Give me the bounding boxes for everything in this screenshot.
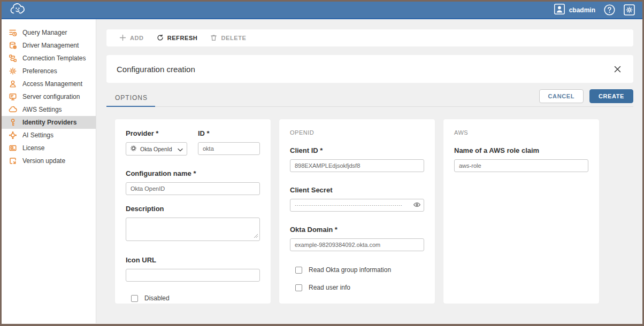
okta-domain-input[interactable] — [290, 238, 424, 251]
identity-providers-toolbar: ADD REFRESH DELETE — [106, 29, 633, 46]
tab-strip: OPTIONS CANCEL CREATE — [106, 91, 633, 107]
access-management-user-icon — [9, 80, 17, 88]
sidebar-item-server-configuration[interactable]: Server configuration — [2, 90, 96, 103]
delete-button[interactable]: DELETE — [204, 29, 252, 46]
connection-templates-icon — [9, 54, 17, 63]
form-panels: Provider * Okta OpenId — [115, 119, 599, 304]
aws-section-header: AWS — [454, 129, 588, 136]
delete-button-label: DELETE — [221, 35, 246, 41]
sidebar-item-access-management[interactable]: Access Management — [2, 77, 96, 90]
sidebar-item-label: Server configuration — [22, 93, 80, 100]
sidebar-item-label: Access Management — [22, 80, 82, 88]
read-okta-group-label: Read Okta group information — [309, 266, 391, 274]
sidebar-item-license[interactable]: License — [2, 142, 96, 154]
provider-label: Provider * — [126, 129, 187, 137]
show-password-eye-icon[interactable] — [413, 201, 421, 208]
add-button-label: ADD — [130, 35, 144, 41]
main-content: ADD REFRESH DELETE Configuration cr — [96, 19, 642, 323]
read-okta-group-checkbox[interactable] — [295, 267, 302, 274]
id-input[interactable] — [198, 142, 260, 155]
client-secret-input[interactable]: ········································… — [290, 199, 424, 212]
configuration-creation-header: Configuration creation — [106, 55, 633, 83]
aws-panel: AWS Name of a AWS role claim — [443, 119, 599, 304]
administration-gear-icon[interactable] — [624, 4, 635, 15]
plus-icon — [119, 34, 126, 42]
sidebar-item-label: Driver Management — [22, 42, 79, 49]
admin-sidebar: Query Manager Driver Management Connecti… — [2, 19, 96, 323]
username-label: cbadmin — [569, 6, 595, 14]
disabled-checkbox-row: Disabled — [131, 294, 260, 302]
cancel-button[interactable]: CANCEL — [539, 89, 584, 103]
cloudbeaver-logo[interactable] — [9, 2, 27, 18]
sidebar-item-label: Version update — [22, 157, 65, 165]
sidebar-item-identity-providers[interactable]: Identity Providers — [2, 116, 96, 129]
trash-icon — [210, 34, 217, 42]
query-manager-icon — [9, 28, 17, 37]
top-bar: cbadmin — [2, 2, 642, 19]
ai-settings-icon — [9, 131, 17, 139]
tab-options[interactable]: OPTIONS — [106, 94, 155, 106]
preferences-gear-icon — [9, 67, 17, 75]
sidebar-item-ai-settings[interactable]: AI Settings — [2, 129, 96, 142]
okta-domain-label: Okta Domain * — [290, 226, 424, 234]
user-avatar-icon — [554, 4, 565, 17]
provider-selected-value: Okta OpenId — [140, 146, 174, 152]
client-id-input[interactable] — [290, 159, 424, 172]
disabled-checkbox-label: Disabled — [144, 294, 170, 302]
read-okta-group-row: Read Okta group information — [295, 266, 424, 274]
sidebar-item-driver-management[interactable]: Driver Management — [2, 39, 96, 52]
description-label: Description — [126, 205, 260, 213]
disabled-checkbox[interactable] — [131, 295, 138, 302]
provider-select[interactable]: Okta OpenId — [126, 142, 187, 156]
sidebar-item-connection-templates[interactable]: Connection Templates — [2, 52, 96, 65]
chevron-down-icon — [178, 144, 183, 154]
configuration-name-input[interactable] — [126, 182, 260, 195]
openid-section-header: OPENID — [290, 129, 424, 136]
refresh-button-label: REFRESH — [167, 35, 198, 41]
license-icon — [9, 144, 17, 152]
read-user-info-row: Read user info — [295, 284, 424, 291]
sidebar-item-label: AWS Settings — [22, 106, 62, 113]
sidebar-item-label: Identity Providers — [22, 119, 76, 126]
sidebar-item-label: License — [22, 144, 44, 152]
client-secret-label: Client Secret — [290, 186, 424, 194]
driver-management-icon — [9, 41, 17, 50]
server-configuration-icon — [9, 92, 17, 101]
read-user-info-checkbox[interactable] — [295, 284, 302, 291]
client-id-label: Client ID * — [290, 146, 424, 154]
close-icon[interactable] — [612, 64, 623, 75]
refresh-icon — [157, 34, 164, 42]
read-user-info-label: Read user info — [309, 284, 350, 291]
general-panel: Provider * Okta OpenId — [115, 119, 271, 304]
icon-url-input[interactable] — [126, 269, 260, 282]
identity-providers-key-icon — [9, 118, 17, 127]
help-icon[interactable] — [604, 4, 615, 15]
sidebar-item-aws-settings[interactable]: AWS Settings — [2, 103, 96, 116]
icon-url-label: Icon URL — [126, 256, 260, 264]
sidebar-item-preferences[interactable]: Preferences — [2, 65, 96, 77]
cloud-beaver-icon — [9, 2, 27, 18]
openid-panel: OPENID Client ID * Client Secret ·······… — [279, 119, 435, 304]
aws-role-claim-label: Name of a AWS role claim — [454, 146, 588, 154]
create-button[interactable]: CREATE — [589, 89, 633, 103]
description-textarea[interactable] — [126, 218, 260, 241]
sidebar-item-label: Query Manager — [22, 29, 67, 36]
page-title: Configuration creation — [117, 65, 195, 74]
sidebar-item-label: AI Settings — [22, 131, 53, 139]
user-menu[interactable]: cbadmin — [554, 4, 595, 17]
app-window: cbadmin — [0, 0, 644, 326]
version-update-icon — [9, 157, 17, 165]
refresh-button[interactable]: REFRESH — [150, 29, 204, 46]
sidebar-item-label: Connection Templates — [22, 55, 86, 62]
okta-provider-icon — [130, 144, 137, 154]
sidebar-item-query-manager[interactable]: Query Manager — [2, 26, 96, 39]
aws-role-claim-input[interactable] — [454, 159, 588, 172]
sidebar-item-label: Preferences — [22, 67, 57, 75]
aws-cloud-icon — [9, 105, 17, 114]
sidebar-item-version-update[interactable]: Version update — [2, 154, 96, 167]
id-label: ID * — [198, 129, 260, 137]
add-button[interactable]: ADD — [113, 29, 150, 46]
configuration-name-label: Configuration name * — [126, 169, 260, 177]
